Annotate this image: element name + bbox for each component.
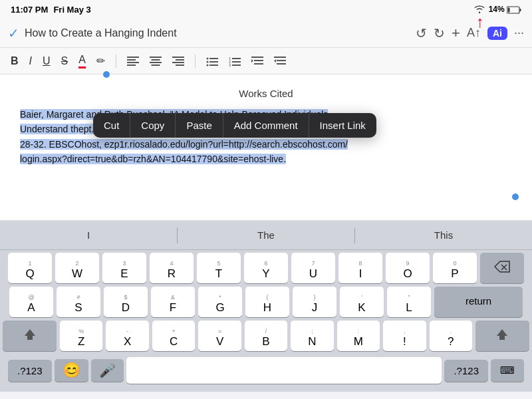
bold-button[interactable]: B	[11, 55, 19, 67]
keyboard-hide-key[interactable]: ⌨	[491, 359, 524, 382]
highlight-button[interactable]: ✏	[96, 55, 105, 67]
redo-button[interactable]: ↻	[434, 25, 445, 41]
add-comment-button[interactable]: Add Comment	[223, 113, 309, 138]
key-x[interactable]: -X	[106, 321, 148, 351]
svg-marker-38	[497, 329, 507, 340]
section-title: Works Cited	[20, 88, 512, 99]
return-key[interactable]: return	[434, 287, 523, 317]
selection-handle-top[interactable]	[103, 71, 110, 78]
key-a[interactable]: @A	[9, 287, 53, 317]
format-bar: B I U S A ✏ 123	[0, 48, 532, 74]
toolbar-left: ✓ How to Create a Hanging Indent	[8, 25, 177, 41]
key-z[interactable]: %Z	[60, 321, 102, 351]
svg-rect-13	[172, 62, 184, 63]
space-key[interactable]	[126, 357, 442, 384]
svg-rect-26	[232, 65, 241, 66]
separator	[116, 55, 116, 68]
status-bar: 11:07 PM Fri May 3 14%	[0, 0, 532, 19]
font-color-button[interactable]: A	[78, 54, 86, 68]
svg-rect-6	[127, 65, 136, 66]
svg-rect-7	[150, 57, 162, 58]
keyboard: 1Q 2W 3E 4R 5T 6Y 7U 8I 9O 0P @A #S $D &…	[0, 250, 532, 392]
document-area[interactable]: Works Cited Baier, Margaret and Ruth Bue…	[0, 74, 532, 221]
svg-rect-32	[277, 60, 286, 61]
underline-button[interactable]: U	[43, 55, 51, 67]
key-s[interactable]: #S	[57, 287, 100, 317]
svg-rect-4	[127, 59, 136, 61]
ai-button[interactable]: Ai	[487, 27, 507, 40]
align-right-button[interactable]	[172, 56, 184, 66]
key-f[interactable]: &F	[151, 287, 195, 317]
svg-rect-18	[209, 61, 218, 63]
svg-marker-34	[274, 59, 276, 63]
key-k[interactable]: 'K	[340, 287, 384, 317]
key-o[interactable]: 9O	[386, 253, 430, 283]
autocorrect-word-1[interactable]: I	[0, 229, 177, 241]
add-button[interactable]: +	[452, 25, 460, 42]
key-e[interactable]: 3E	[102, 253, 146, 283]
key-n[interactable]: ;N	[291, 321, 333, 351]
document-title: How to Create a Hanging Indent	[25, 27, 177, 39]
key-comma[interactable]: ,!	[383, 321, 426, 351]
key-period[interactable]: .?	[430, 321, 472, 351]
microphone-key[interactable]: 🎤	[91, 359, 124, 382]
numbers-key-right[interactable]: .?123	[444, 360, 488, 382]
copy-button[interactable]: Copy	[130, 113, 176, 138]
key-j[interactable]: )J	[293, 287, 336, 317]
align-left-button[interactable]	[127, 56, 139, 66]
battery-icon	[507, 6, 521, 14]
align-center-button[interactable]	[150, 56, 162, 66]
numbers-key-left[interactable]: .?123	[8, 360, 52, 382]
more-button[interactable]: ···	[514, 26, 524, 40]
key-w[interactable]: 2W	[55, 253, 99, 283]
svg-marker-30	[251, 59, 253, 63]
key-d[interactable]: $D	[104, 287, 148, 317]
key-l[interactable]: "L	[387, 287, 431, 317]
outdent-button[interactable]	[274, 56, 286, 66]
cut-button[interactable]: Cut	[93, 113, 130, 138]
key-c[interactable]: +C	[152, 321, 195, 351]
key-i[interactable]: 8I	[338, 253, 382, 283]
svg-rect-33	[277, 63, 286, 65]
shift-left-key[interactable]	[3, 321, 57, 351]
bullet-list-button[interactable]	[206, 56, 218, 66]
key-g[interactable]: *G	[198, 287, 242, 317]
keyboard-bottom-row: .?123 😊 🎤 .?123 ⌨	[3, 354, 529, 386]
svg-rect-1	[520, 9, 521, 11]
key-t[interactable]: 5T	[197, 253, 241, 283]
key-y[interactable]: 6Y	[244, 253, 288, 283]
context-menu: Cut Copy Paste Add Comment Insert Link	[93, 113, 376, 138]
strikethrough-button[interactable]: S	[61, 55, 68, 67]
shift-right-key[interactable]	[475, 321, 529, 351]
shift-right-icon	[495, 328, 509, 341]
key-p[interactable]: 0P	[433, 253, 477, 283]
key-v[interactable]: =V	[198, 321, 241, 351]
svg-rect-12	[176, 59, 184, 61]
paste-button[interactable]: Paste	[176, 113, 223, 138]
indent-button[interactable]	[251, 56, 263, 66]
delete-key[interactable]	[480, 253, 524, 283]
autocorrect-word-2[interactable]: The	[178, 229, 354, 241]
insert-link-button[interactable]: Insert Link	[309, 113, 376, 138]
key-h[interactable]: (H	[245, 287, 289, 317]
svg-rect-20	[209, 65, 218, 66]
svg-point-17	[206, 61, 208, 63]
selection-handle-bottom[interactable]	[512, 194, 519, 200]
key-r[interactable]: 4R	[150, 253, 194, 283]
numbers-label-left: .?123	[17, 365, 43, 376]
font-size-button[interactable]: A↑ ↑	[467, 26, 481, 40]
key-u[interactable]: 7U	[291, 253, 335, 283]
undo-button[interactable]: ↺	[416, 25, 427, 41]
keyboard-row-3: %Z -X +C =V /B ;N :M ,! .?	[3, 321, 529, 351]
emoji-key[interactable]: 😊	[55, 359, 88, 382]
italic-button[interactable]: I	[29, 55, 32, 67]
key-q[interactable]: 1Q	[8, 253, 52, 283]
autocorrect-word-3[interactable]: This	[355, 229, 532, 241]
return-label: return	[466, 295, 491, 307]
numbered-list-button[interactable]: 123	[229, 56, 241, 66]
key-b[interactable]: /B	[245, 321, 287, 351]
svg-rect-31	[274, 57, 286, 58]
battery-level: 14%	[489, 5, 521, 14]
key-m[interactable]: :M	[337, 321, 380, 351]
checkmark-icon[interactable]: ✓	[8, 25, 19, 41]
